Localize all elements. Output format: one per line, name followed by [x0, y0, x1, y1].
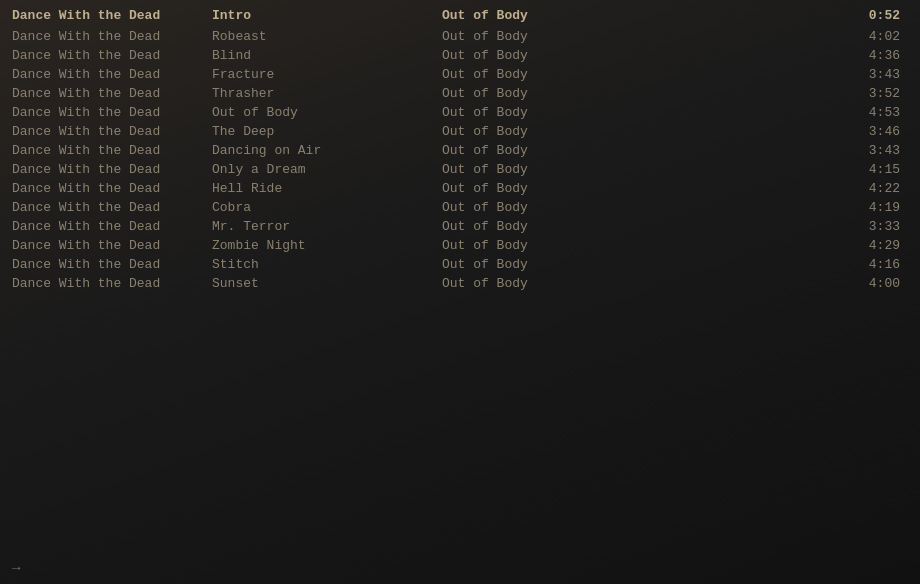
track-duration: 4:02: [840, 29, 900, 44]
track-duration: 4:29: [840, 238, 900, 253]
track-title: Stitch: [212, 257, 442, 272]
track-title: Only a Dream: [212, 162, 442, 177]
track-artist: Dance With the Dead: [12, 124, 212, 139]
track-row[interactable]: Dance With the Dead Stitch Out of Body 4…: [0, 255, 920, 274]
header-artist: Dance With the Dead: [12, 8, 212, 23]
track-row[interactable]: Dance With the Dead Dancing on Air Out o…: [0, 141, 920, 160]
header-title: Intro: [212, 8, 442, 23]
track-title: Dancing on Air: [212, 143, 442, 158]
track-artist: Dance With the Dead: [12, 219, 212, 234]
track-row[interactable]: Dance With the Dead Zombie Night Out of …: [0, 236, 920, 255]
track-artist: Dance With the Dead: [12, 143, 212, 158]
track-album: Out of Body: [442, 276, 840, 291]
track-artist: Dance With the Dead: [12, 200, 212, 215]
track-title: Mr. Terror: [212, 219, 442, 234]
track-album: Out of Body: [442, 200, 840, 215]
track-artist: Dance With the Dead: [12, 29, 212, 44]
track-title: Sunset: [212, 276, 442, 291]
track-duration: 4:36: [840, 48, 900, 63]
track-duration: 4:00: [840, 276, 900, 291]
track-album: Out of Body: [442, 181, 840, 196]
track-title: The Deep: [212, 124, 442, 139]
track-duration: 4:19: [840, 200, 900, 215]
track-row[interactable]: Dance With the Dead Cobra Out of Body 4:…: [0, 198, 920, 217]
track-album: Out of Body: [442, 105, 840, 120]
track-artist: Dance With the Dead: [12, 67, 212, 82]
track-duration: 3:46: [840, 124, 900, 139]
track-duration: 3:52: [840, 86, 900, 101]
track-row[interactable]: Dance With the Dead Hell Ride Out of Bod…: [0, 179, 920, 198]
track-duration: 4:16: [840, 257, 900, 272]
track-row[interactable]: Dance With the Dead Sunset Out of Body 4…: [0, 274, 920, 293]
track-artist: Dance With the Dead: [12, 276, 212, 291]
track-album: Out of Body: [442, 67, 840, 82]
track-duration: 4:22: [840, 181, 900, 196]
track-title: Blind: [212, 48, 442, 63]
track-duration: 4:53: [840, 105, 900, 120]
track-row[interactable]: Dance With the Dead Blind Out of Body 4:…: [0, 46, 920, 65]
track-duration: 3:33: [840, 219, 900, 234]
track-title: Fracture: [212, 67, 442, 82]
track-duration: 3:43: [840, 67, 900, 82]
track-title: Cobra: [212, 200, 442, 215]
track-title: Zombie Night: [212, 238, 442, 253]
track-artist: Dance With the Dead: [12, 181, 212, 196]
track-album: Out of Body: [442, 48, 840, 63]
track-row[interactable]: Dance With the Dead Robeast Out of Body …: [0, 27, 920, 46]
track-artist: Dance With the Dead: [12, 257, 212, 272]
track-album: Out of Body: [442, 124, 840, 139]
bottom-arrow: →: [12, 560, 20, 576]
track-album: Out of Body: [442, 238, 840, 253]
track-duration: 3:43: [840, 143, 900, 158]
track-title: Thrasher: [212, 86, 442, 101]
track-row[interactable]: Dance With the Dead Mr. Terror Out of Bo…: [0, 217, 920, 236]
track-row[interactable]: Dance With the Dead Out of Body Out of B…: [0, 103, 920, 122]
track-list-header: Dance With the Dead Intro Out of Body 0:…: [0, 6, 920, 25]
track-title: Robeast: [212, 29, 442, 44]
track-row[interactable]: Dance With the Dead The Deep Out of Body…: [0, 122, 920, 141]
track-title: Out of Body: [212, 105, 442, 120]
track-album: Out of Body: [442, 257, 840, 272]
track-duration: 4:15: [840, 162, 900, 177]
track-artist: Dance With the Dead: [12, 48, 212, 63]
track-album: Out of Body: [442, 143, 840, 158]
track-artist: Dance With the Dead: [12, 86, 212, 101]
track-title: Hell Ride: [212, 181, 442, 196]
track-album: Out of Body: [442, 219, 840, 234]
header-album: Out of Body: [442, 8, 840, 23]
track-row[interactable]: Dance With the Dead Thrasher Out of Body…: [0, 84, 920, 103]
track-list: Dance With the Dead Intro Out of Body 0:…: [0, 0, 920, 299]
track-row[interactable]: Dance With the Dead Fracture Out of Body…: [0, 65, 920, 84]
track-artist: Dance With the Dead: [12, 238, 212, 253]
header-duration: 0:52: [840, 8, 900, 23]
track-artist: Dance With the Dead: [12, 162, 212, 177]
track-album: Out of Body: [442, 162, 840, 177]
track-artist: Dance With the Dead: [12, 105, 212, 120]
track-album: Out of Body: [442, 86, 840, 101]
track-row[interactable]: Dance With the Dead Only a Dream Out of …: [0, 160, 920, 179]
track-album: Out of Body: [442, 29, 840, 44]
